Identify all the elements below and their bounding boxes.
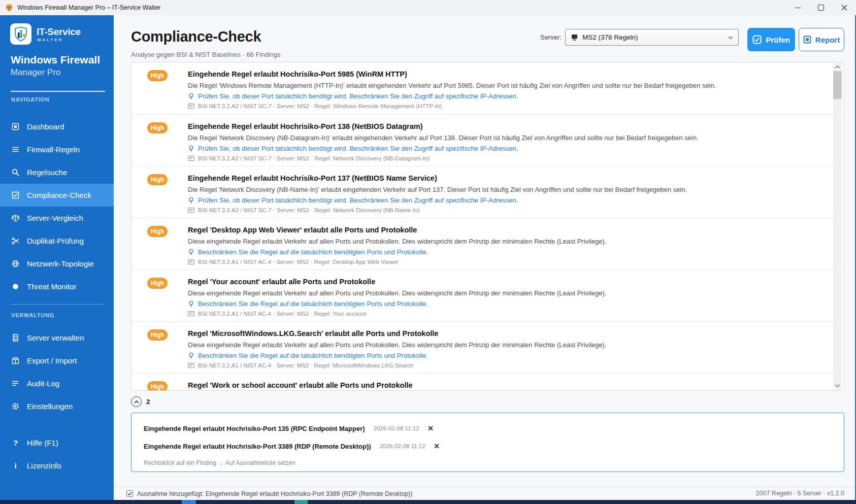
- threat-monitor-icon: [11, 282, 20, 291]
- finding-row[interactable]: High Regel 'Work or school account' erla…: [131, 373, 844, 391]
- remove-exception-button[interactable]: ×: [428, 424, 434, 432]
- status-checkbox[interactable]: [126, 490, 133, 497]
- footer-list: ? Hilfe (F1) i Lizenzinfo: [0, 431, 114, 477]
- remove-exception-button[interactable]: ×: [434, 442, 440, 450]
- close-button[interactable]: [833, 0, 856, 15]
- brand-name: IT-Service: [37, 26, 81, 38]
- severity-badge: High: [147, 70, 168, 81]
- exception-title: Eingehende Regel erlaubt Hochrisiko-Port…: [144, 425, 365, 432]
- sidebar-item-firewall-regeln[interactable]: Firewall-Regeln: [0, 138, 114, 161]
- finding-row[interactable]: High Regel 'MicrosoftWindows.LKG.Search'…: [131, 321, 844, 373]
- app-window: Windows Firewall Manager Pro – IT-Servic…: [0, 0, 856, 504]
- finding-row[interactable]: High Eingehende Regel erlaubt Hochrisiko…: [131, 166, 844, 218]
- standard-ref-icon: [188, 155, 194, 161]
- sidebar-item-label: Einstellungen: [27, 402, 73, 411]
- info-icon: i: [11, 461, 20, 470]
- finding-recommendation: Prüfen Sie, ob dieser Port tatsächlich b…: [198, 196, 518, 204]
- exception-item[interactable]: Eingehende Regel erlaubt Hochrisiko-Port…: [144, 424, 832, 433]
- minimize-button[interactable]: [786, 0, 809, 15]
- sidebar-item-netzwerk-topologie[interactable]: Netzwerk-Topologie: [0, 252, 114, 275]
- sidebar: IT-Service WALTER Windows Firewall Manag…: [0, 15, 114, 500]
- pruefen-button[interactable]: Prüfen: [747, 28, 795, 51]
- sidebar-item-duplikat-pruefung[interactable]: Duplikat-Prüfung: [0, 229, 114, 252]
- scrollbar-thumb[interactable]: [833, 71, 842, 99]
- sidebar-item-server-vergleich[interactable]: Server-Vergleich: [0, 207, 114, 229]
- check-icon: [127, 492, 132, 496]
- brand-subname: WALTER: [37, 38, 63, 42]
- finding-recommendation: Beschränken Sie die Regel auf die tatsäc…: [198, 352, 428, 359]
- finding-row[interactable]: High Regel 'Your account' erlaubt alle P…: [131, 270, 844, 321]
- standard-ref-icon: [188, 311, 194, 317]
- gear-icon: [11, 402, 20, 411]
- finding-description: Die Regel 'Windows Remote Management (HT…: [188, 82, 716, 89]
- exceptions-count: 2: [146, 398, 150, 406]
- sidebar-item-label: Threat Monitor: [27, 282, 77, 291]
- server-dropdown-value: MS2 (378 Regeln): [582, 33, 728, 41]
- finding-title: Regel 'Desktop App Web Viewer' erlaubt a…: [188, 226, 606, 234]
- compliance-check-icon: [11, 191, 20, 199]
- package-icon: [11, 356, 20, 365]
- vertical-scrollbar[interactable]: [833, 63, 842, 390]
- exceptions-expander[interactable]: 2: [131, 396, 150, 407]
- severity-badge: High: [147, 226, 168, 237]
- finding-title: Regel 'MicrosoftWindows.LKG.Search' erla…: [188, 329, 606, 338]
- server-icon: [11, 333, 20, 342]
- question-icon: ?: [11, 439, 20, 447]
- scales-icon: [11, 214, 20, 222]
- sidebar-item-export-import[interactable]: Export / Import: [0, 349, 114, 372]
- chevron-up-circle-icon: [131, 396, 142, 407]
- severity-badge: High: [147, 381, 168, 391]
- sidebar-item-dashboard[interactable]: Dashboard: [0, 115, 114, 138]
- sidebar-item-label: Regelsuche: [27, 168, 67, 177]
- finding-row[interactable]: High Eingehende Regel erlaubt Hochrisiko…: [131, 114, 844, 166]
- finding-description: Diese eingehende Regel erlaubt Verkehr a…: [188, 341, 606, 349]
- sidebar-item-audit-log[interactable]: Audit-Log: [0, 372, 114, 395]
- search-icon: [11, 168, 20, 177]
- sidebar-item-threat-monitor[interactable]: Threat Monitor: [0, 275, 114, 298]
- sidebar-item-label: Server-Vergleich: [27, 214, 83, 222]
- status-message: Ausnahme hinzugefügt: Eingehende Regel e…: [137, 490, 412, 497]
- exception-title: Eingehende Regel erlaubt Hochrisiko-Port…: [144, 443, 371, 450]
- finding-row[interactable]: High Eingehende Regel erlaubt Hochrisiko…: [131, 62, 844, 114]
- sidebar-item-einstellungen[interactable]: Einstellungen: [0, 395, 114, 418]
- sidebar-item-regelsuche[interactable]: Regelsuche: [0, 161, 114, 184]
- company-logo: [10, 23, 31, 45]
- finding-meta: BSI NET.3.2.A2 / NIST SC-7 · Server: MS2…: [198, 155, 430, 161]
- maximize-button[interactable]: [809, 0, 833, 15]
- app-name-line2: Manager Pro: [11, 68, 60, 78]
- taskbar-strip: [0, 500, 856, 504]
- report-button[interactable]: Report: [799, 28, 844, 51]
- scissors-icon: [11, 237, 20, 245]
- sidebar-item-label: Export / Import: [27, 356, 77, 365]
- sidebar-item-label: Hilfe (F1): [27, 439, 58, 447]
- taskbar-accent: [294, 500, 308, 504]
- sidebar-item-label: Server verwalten: [27, 333, 84, 342]
- maximize-icon: [818, 5, 824, 11]
- finding-row[interactable]: High Regel 'Desktop App Web Viewer' erla…: [131, 218, 844, 270]
- sidebar-divider: [11, 304, 105, 305]
- sidebar-item-compliance-check[interactable]: Compliance-Check: [0, 184, 114, 207]
- app-name-line1: Windows Firewall: [11, 54, 100, 66]
- sidebar-item-hilfe[interactable]: ? Hilfe (F1): [0, 431, 114, 454]
- lightbulb-icon: [188, 352, 194, 359]
- scroll-up-icon[interactable]: [835, 65, 840, 69]
- finding-title: Eingehende Regel erlaubt Hochrisiko-Port…: [188, 70, 716, 78]
- sidebar-item-lizenzinfo[interactable]: i Lizenzinfo: [0, 454, 114, 477]
- report-icon: [803, 36, 811, 44]
- exceptions-hint: Rechtsklick auf ein Finding → Auf Ausnah…: [144, 459, 832, 466]
- severity-badge: High: [147, 329, 168, 341]
- standard-ref-icon: [188, 103, 194, 109]
- exception-item[interactable]: Eingehende Regel erlaubt Hochrisiko-Port…: [144, 442, 832, 451]
- server-dropdown[interactable]: MS2 (378 Regeln): [565, 29, 739, 46]
- page-subtitle: Analyse gegen BSI & NIST Baselines · 66 …: [131, 51, 281, 58]
- window-controls: [786, 0, 856, 15]
- lightbulb-icon: [188, 300, 194, 307]
- report-button-label: Report: [815, 36, 840, 44]
- scroll-down-icon[interactable]: [835, 384, 840, 387]
- finding-meta: BSI NET.3.2.A1 / NIST AC-4 · Server: MS2…: [198, 259, 399, 265]
- nav-section-label: NAVIGATION: [11, 96, 49, 103]
- severity-badge: High: [147, 278, 168, 289]
- sidebar-item-server-verwalten[interactable]: Server verwalten: [0, 326, 114, 349]
- finding-description: Diese eingehende Regel erlaubt Verkehr a…: [188, 238, 606, 245]
- sidebar-item-label: Compliance-Check: [27, 191, 91, 199]
